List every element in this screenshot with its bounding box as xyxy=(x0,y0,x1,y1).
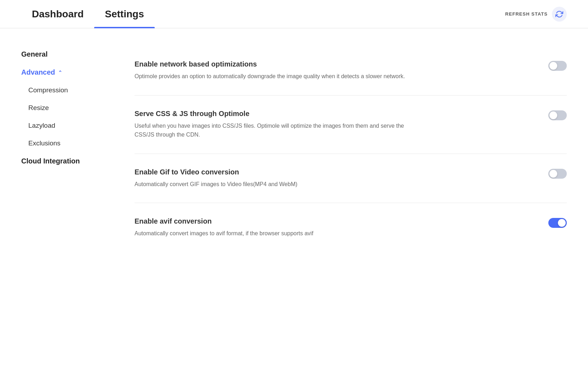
toggle-container-gif-video xyxy=(548,168,567,179)
toggle-container-avif xyxy=(548,217,567,228)
settings-content: Enable network based optimizations Optim… xyxy=(113,46,567,252)
toggle-knob-css-js xyxy=(549,111,557,119)
setting-title-avif: Enable avif conversion xyxy=(135,217,534,225)
sidebar-item-compression[interactable]: Compression xyxy=(21,82,106,98)
refresh-stats-button[interactable] xyxy=(552,7,567,22)
toggle-gif-video[interactable] xyxy=(548,169,567,179)
advanced-label: Advanced xyxy=(21,68,55,76)
setting-title-network: Enable network based optimizations xyxy=(135,60,534,68)
sidebar: General Advanced ⌃ Compression Resize La… xyxy=(21,46,113,252)
setting-desc-css-js: Useful when you have images into CSS/JS … xyxy=(135,121,425,139)
setting-title-gif-video: Enable Gif to Video conversion xyxy=(135,168,534,176)
tab-dashboard[interactable]: Dashboard xyxy=(21,0,94,28)
sidebar-item-advanced[interactable]: Advanced ⌃ xyxy=(21,64,106,81)
sidebar-item-exclusions[interactable]: Exclusions xyxy=(21,135,106,151)
setting-row-css-js: Serve CSS & JS through Optimole Useful w… xyxy=(135,96,567,154)
sidebar-item-lazyload[interactable]: Lazyload xyxy=(21,117,106,134)
toggle-network-optimization[interactable] xyxy=(548,61,567,71)
toggle-avif[interactable] xyxy=(548,218,567,228)
refresh-stats-area[interactable]: REFRESH STATS xyxy=(505,7,567,22)
chevron-up-icon: ⌃ xyxy=(58,70,62,75)
setting-desc-gif-video: Automatically convert GIF images to Vide… xyxy=(135,180,425,189)
setting-text-network: Enable network based optimizations Optim… xyxy=(135,60,534,81)
toggle-css-js[interactable] xyxy=(548,110,567,120)
toggle-container-css-js xyxy=(548,110,567,120)
setting-text-css-js: Serve CSS & JS through Optimole Useful w… xyxy=(135,110,534,139)
toggle-container-network xyxy=(548,60,567,71)
main-layout: General Advanced ⌃ Compression Resize La… xyxy=(0,28,588,270)
setting-row-gif-video: Enable Gif to Video conversion Automatic… xyxy=(135,154,567,203)
tab-settings[interactable]: Settings xyxy=(94,0,154,28)
sidebar-item-general[interactable]: General xyxy=(21,46,106,63)
setting-text-avif: Enable avif conversion Automatically con… xyxy=(135,217,534,238)
toggle-knob-gif-video xyxy=(549,170,557,178)
refresh-stats-label: REFRESH STATS xyxy=(505,11,548,17)
setting-desc-network: Optimole provides an option to automatic… xyxy=(135,72,425,81)
refresh-icon xyxy=(555,10,563,18)
setting-desc-avif: Automatically convert images to avif for… xyxy=(135,229,425,238)
toggle-knob-network xyxy=(549,62,557,70)
setting-title-css-js: Serve CSS & JS through Optimole xyxy=(135,110,534,118)
sidebar-item-resize[interactable]: Resize xyxy=(21,100,106,116)
top-nav: Dashboard Settings REFRESH STATS xyxy=(0,0,588,28)
setting-text-gif-video: Enable Gif to Video conversion Automatic… xyxy=(135,168,534,189)
setting-row-avif: Enable avif conversion Automatically con… xyxy=(135,203,567,252)
setting-row-network-optimization: Enable network based optimizations Optim… xyxy=(135,46,567,96)
sidebar-item-cloud-integration[interactable]: Cloud Integration xyxy=(21,153,106,169)
toggle-knob-avif xyxy=(558,219,566,227)
